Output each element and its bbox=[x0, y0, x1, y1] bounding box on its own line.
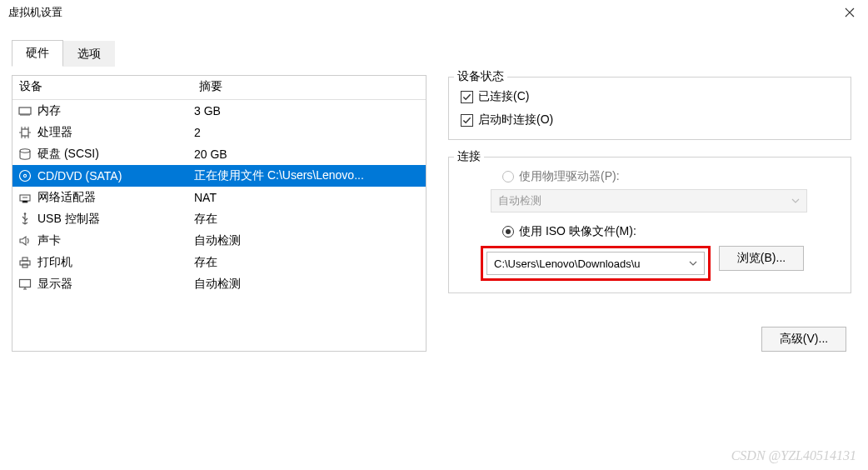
device-name: USB 控制器 bbox=[37, 212, 100, 227]
device-name: 网络适配器 bbox=[37, 190, 96, 205]
device-name: 显示器 bbox=[37, 277, 72, 292]
browse-button[interactable]: 浏览(B)... bbox=[719, 246, 804, 271]
iso-highlight: C:\Users\Lenovo\Downloads\u bbox=[481, 246, 711, 281]
check-icon bbox=[462, 92, 471, 102]
iso-path-combo[interactable]: C:\Users\Lenovo\Downloads\u bbox=[486, 252, 705, 275]
device-name: 打印机 bbox=[37, 255, 72, 270]
svg-point-2 bbox=[20, 149, 30, 152]
advanced-button[interactable]: 高级(V)... bbox=[761, 327, 846, 352]
device-table-header: 设备 摘要 bbox=[12, 76, 426, 100]
memory-icon bbox=[17, 103, 32, 118]
device-row[interactable]: 处理器2 bbox=[12, 122, 426, 143]
device-name: 硬盘 (SCSI) bbox=[37, 147, 99, 162]
svg-rect-10 bbox=[20, 280, 31, 288]
device-row[interactable]: 网络适配器NAT bbox=[12, 187, 426, 208]
device-row[interactable]: CD/DVD (SATA)正在使用文件 C:\Users\Lenovo... bbox=[12, 165, 426, 187]
device-summary: 20 GB bbox=[194, 148, 426, 161]
device-row[interactable]: 内存3 GB bbox=[12, 100, 426, 122]
device-summary: 正在使用文件 C:\Users\Lenovo... bbox=[194, 168, 426, 183]
physical-drive-label: 使用物理驱动器(P): bbox=[519, 169, 620, 184]
device-summary: 自动检测 bbox=[194, 277, 426, 292]
tab-bar: 硬件 选项 bbox=[0, 40, 868, 67]
window-title: 虚拟机设置 bbox=[8, 5, 62, 20]
iso-path-value: C:\Users\Lenovo\Downloads\u bbox=[494, 258, 641, 270]
device-row[interactable]: 显示器自动检测 bbox=[12, 273, 426, 295]
connected-label: 已连接(C) bbox=[478, 89, 529, 104]
connect-on-start-label: 启动时连接(O) bbox=[478, 112, 553, 128]
header-device[interactable]: 设备 bbox=[12, 76, 194, 99]
svg-rect-0 bbox=[19, 108, 31, 114]
device-row[interactable]: 硬盘 (SCSI)20 GB bbox=[12, 143, 426, 165]
svg-point-4 bbox=[23, 174, 26, 177]
device-row[interactable]: 打印机存在 bbox=[12, 252, 426, 273]
connected-checkbox[interactable] bbox=[461, 91, 473, 103]
device-row[interactable]: USB 控制器存在 bbox=[12, 208, 426, 230]
device-summary: 自动检测 bbox=[194, 233, 426, 248]
device-name: 内存 bbox=[37, 103, 61, 118]
physical-drive-radio[interactable] bbox=[502, 171, 514, 182]
cpu-icon bbox=[17, 125, 32, 140]
connection-group: 连接 使用物理驱动器(P): 自动检测 使用 ISO 映像文件(M): C:\U… bbox=[448, 157, 851, 293]
device-row[interactable]: 声卡自动检测 bbox=[12, 230, 426, 252]
device-status-title: 设备状态 bbox=[454, 69, 507, 84]
chevron-down-icon bbox=[689, 259, 697, 268]
device-summary: 存在 bbox=[194, 255, 426, 270]
header-summary[interactable]: 摘要 bbox=[194, 76, 426, 99]
display-icon bbox=[17, 277, 32, 292]
check-icon bbox=[462, 116, 471, 125]
tab-options[interactable]: 选项 bbox=[63, 41, 115, 67]
device-name: CD/DVD (SATA) bbox=[37, 169, 122, 182]
connection-title: 连接 bbox=[454, 149, 484, 164]
device-summary: NAT bbox=[194, 191, 426, 204]
printer-icon bbox=[17, 255, 32, 270]
tab-hardware[interactable]: 硬件 bbox=[12, 40, 63, 67]
chevron-down-icon bbox=[791, 197, 800, 205]
physical-drive-value: 自动检测 bbox=[498, 193, 541, 208]
svg-rect-8 bbox=[22, 258, 27, 261]
svg-point-6 bbox=[24, 212, 27, 215]
device-name: 处理器 bbox=[37, 125, 72, 140]
svg-point-3 bbox=[20, 171, 31, 182]
iso-file-radio[interactable] bbox=[502, 226, 514, 238]
close-button[interactable] bbox=[831, 0, 868, 25]
svg-rect-1 bbox=[22, 129, 28, 136]
device-status-group: 设备状态 已连接(C) 启动时连接(O) bbox=[448, 77, 851, 140]
device-summary: 存在 bbox=[194, 212, 426, 227]
close-icon bbox=[845, 8, 855, 18]
net-icon bbox=[17, 190, 32, 205]
usb-icon bbox=[17, 212, 32, 227]
disk-icon bbox=[17, 147, 32, 162]
device-summary: 3 GB bbox=[194, 104, 426, 118]
device-summary: 2 bbox=[194, 126, 426, 139]
device-name: 声卡 bbox=[37, 233, 61, 248]
sound-icon bbox=[17, 233, 32, 248]
watermark: CSDN @YZL40514131 bbox=[731, 448, 856, 463]
connect-on-start-checkbox[interactable] bbox=[461, 114, 473, 127]
iso-file-label: 使用 ISO 映像文件(M): bbox=[519, 224, 636, 239]
disc-icon bbox=[17, 168, 32, 183]
device-list-panel: 设备 摘要 内存3 GB处理器2硬盘 (SCSI)20 GBCD/DVD (SA… bbox=[12, 75, 427, 352]
physical-drive-combo: 自动检测 bbox=[491, 189, 807, 212]
